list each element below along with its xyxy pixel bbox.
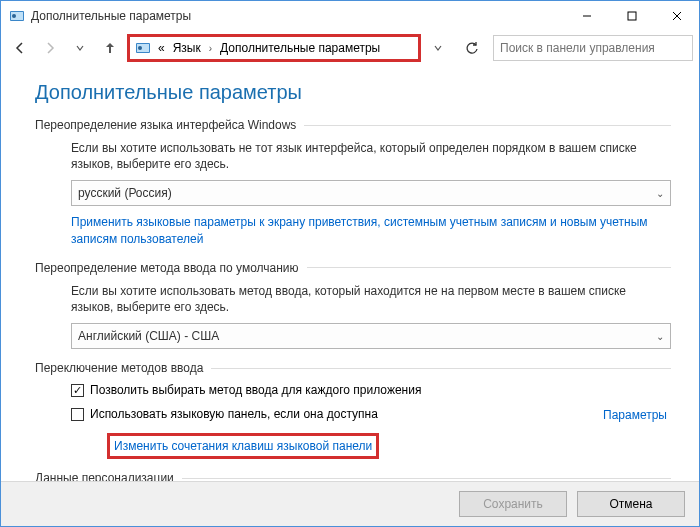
section-switching-input-methods: Переключение методов ввода [35,361,671,375]
use-language-bar-label: Использовать языковую панель, если она д… [90,407,378,421]
per-app-input-method-checkbox[interactable]: ✓ [71,384,84,397]
breadcrumb-segment-language[interactable]: Язык [169,39,205,57]
svg-point-2 [12,14,16,18]
back-button[interactable] [7,35,33,61]
control-panel-icon [9,8,25,24]
per-app-input-method-label: Позволить выбирать метод ввода для каждо… [90,383,421,397]
window-title: Дополнительные параметры [31,9,191,23]
chevron-right-icon: › [205,43,216,54]
chevron-down-icon: ⌄ [656,188,664,199]
apply-to-welcome-screen-link[interactable]: Применить языковые параметры к экрану пр… [71,214,671,246]
nav-row: « Язык › Дополнительные параметры [1,31,699,65]
recent-locations-button[interactable] [67,35,93,61]
breadcrumb-segment-advanced[interactable]: Дополнительные параметры [216,39,384,57]
maximize-button[interactable] [609,1,654,31]
up-button[interactable] [97,35,123,61]
section-override-display-language: Переопределение языка интерфейса Windows [35,118,671,132]
section-override-input-method: Переопределение метода ввода по умолчани… [35,261,671,275]
content-area: Дополнительные параметры Переопределение… [1,65,699,526]
page-title: Дополнительные параметры [35,81,671,104]
breadcrumb[interactable]: « Язык › Дополнительные параметры [127,34,421,62]
override-display-language-description: Если вы хотите использовать не тот язык … [71,140,671,172]
titlebar: Дополнительные параметры [1,1,699,31]
svg-rect-4 [628,12,636,20]
breadcrumb-prefix[interactable]: « [154,39,169,57]
use-language-bar-checkbox[interactable] [71,408,84,421]
refresh-button[interactable] [459,35,485,61]
svg-point-9 [138,46,142,50]
search-box[interactable] [493,35,693,61]
override-input-method-description: Если вы хотите использовать метод ввода,… [71,283,671,315]
language-bar-options-link[interactable]: Параметры [603,408,667,422]
control-panel-icon [134,39,152,57]
breadcrumb-dropdown-button[interactable] [425,35,451,61]
button-bar: Сохранить Отмена [1,481,699,526]
window: Дополнительные параметры « Язык › Дополн… [0,0,700,527]
chevron-down-icon: ⌄ [656,331,664,342]
per-app-input-method-row: ✓ Позволить выбирать метод ввода для каж… [71,383,671,397]
search-input[interactable] [498,40,688,56]
change-hotkeys-link[interactable]: Изменить сочетания клавиш языковой панел… [107,433,379,459]
cancel-button[interactable]: Отмена [577,491,685,517]
display-language-select[interactable]: русский (Россия) ⌄ [71,180,671,206]
forward-button[interactable] [37,35,63,61]
save-button[interactable]: Сохранить [459,491,567,517]
input-method-select[interactable]: Английский (США) - США ⌄ [71,323,671,349]
use-language-bar-row: Использовать языковую панель, если она д… [71,407,378,421]
minimize-button[interactable] [564,1,609,31]
close-button[interactable] [654,1,699,31]
